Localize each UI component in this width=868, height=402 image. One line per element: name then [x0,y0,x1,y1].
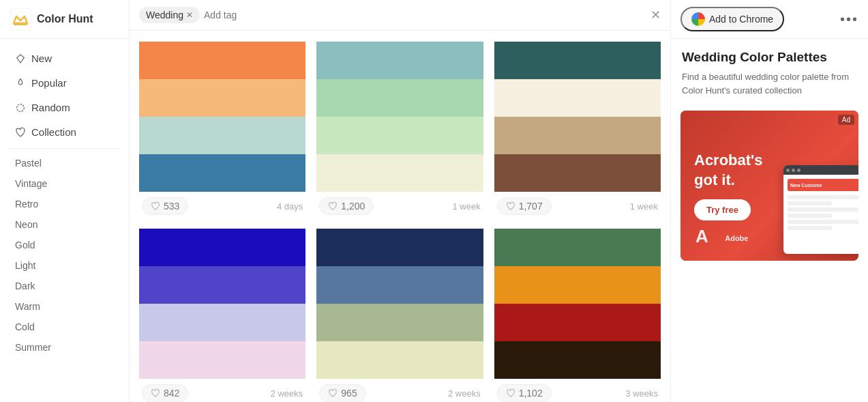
search-bar: Wedding ✕ ✕ [130,0,670,31]
time-label: 1 week [630,201,658,212]
sidebar-item-collection[interactable]: Collection [4,120,125,144]
chrome-bar: Add to Chrome ••• [671,0,868,39]
chrome-btn-label: Add to Chrome [709,14,773,25]
time-label: 1 week [452,201,480,212]
swatch-color [139,304,305,341]
time-label: 3 weeks [625,388,658,399]
adobe-logo: A Adobe [694,223,748,253]
nav-label-collection: Collection [31,126,76,138]
add-to-chrome-button[interactable]: Add to Chrome [680,7,784,31]
swatch-color [494,341,661,379]
svg-rect-0 [10,8,31,30]
sidebar-item-random[interactable]: Random [4,96,125,119]
tag-cold[interactable]: Cold [0,317,129,337]
nav-divider [8,148,121,149]
time-label: 4 days [277,201,303,212]
svg-text:A: A [695,226,708,246]
main-content: Wedding ✕ ✕ 533 4 days [130,0,670,402]
like-count: 533 [164,201,179,212]
swatch-color [139,79,305,117]
svg-marker-3 [17,55,25,63]
swatch-color [139,42,305,79]
swatch-color [494,117,661,154]
swatch-color [139,154,305,192]
swatch-color [316,304,483,341]
right-panel: Add to Chrome ••• Wedding Color Palettes… [670,0,868,402]
swatch-color [316,42,483,79]
tag-warm[interactable]: Warm [0,296,129,317]
tag-gold[interactable]: Gold [0,235,129,255]
palette-swatch-4 [139,229,305,379]
nav-label-new: New [31,53,52,64]
swatch-color [139,229,305,266]
palette-footer: 1,707 1 week [494,192,661,218]
nav-items: New Popular Random Collection Pastel Vin… [0,39,129,364]
like-button[interactable]: 1,200 [319,197,374,215]
palette-card[interactable]: 842 2 weeks [139,229,305,402]
info-description: Find a beautiful wedding color palette f… [682,70,857,97]
palette-card[interactable]: 1,200 1 week [316,42,483,218]
ad-try-button[interactable]: Try free [694,199,751,220]
ad-form-preview: New Custome [783,165,858,254]
palette-footer: 842 2 weeks [139,379,305,402]
swatch-color [316,229,483,266]
palette-footer: 965 2 weeks [316,379,483,402]
tag-summer[interactable]: Summer [0,337,129,358]
palette-card[interactable]: 965 2 weeks [316,229,483,402]
like-button[interactable]: 533 [142,197,188,215]
like-button[interactable]: 1,102 [497,384,552,402]
swatch-color [316,266,483,304]
tag-light[interactable]: Light [0,255,129,276]
swatch-color [316,154,483,192]
sidebar-item-new[interactable]: New [4,46,125,70]
tag-neon[interactable]: Neon [0,214,129,235]
palette-card[interactable]: 533 4 days [139,42,305,218]
random-icon [15,102,26,113]
like-count: 965 [341,388,357,399]
ad-section: Ad Acrobat'sgot it. Try free A Adobe New… [680,111,858,261]
tag-vintage[interactable]: Vintage [0,173,129,194]
like-count: 1,200 [341,201,365,212]
search-clear-button[interactable]: ✕ [650,9,661,21]
like-button[interactable]: 842 [142,384,188,402]
palette-card[interactable]: 1,707 1 week [494,42,661,218]
swatch-color [139,341,305,379]
heart-icon [328,388,338,398]
palettes-grid: 533 4 days 1,200 1 week [130,31,670,402]
logo-area: Color Hunt [0,0,129,39]
info-section: Wedding Color Palettes Find a beautiful … [671,39,868,105]
like-button[interactable]: 965 [319,384,365,402]
palette-swatch-1 [139,42,305,192]
like-button[interactable]: 1,707 [497,197,552,215]
remove-tag-button[interactable]: ✕ [186,10,193,20]
diamond-icon [15,53,26,64]
app-title: Color Hunt [37,13,93,25]
add-tag-input[interactable] [204,10,646,20]
palette-card[interactable]: 1,102 3 weeks [494,229,661,402]
swatch-color [494,229,661,266]
active-tag-label: Wedding [146,10,183,20]
heart-icon [506,201,515,211]
palette-footer: 1,102 3 weeks [494,379,661,402]
palette-swatch-6 [494,229,661,379]
sidebar: Color Hunt New Popular Random Collection… [0,0,130,402]
svg-rect-2 [14,23,27,25]
swatch-color [139,266,305,304]
heart-icon [15,127,26,138]
logo-icon [10,8,31,30]
palette-swatch-5 [316,229,483,379]
palette-swatch-2 [316,42,483,192]
sidebar-item-popular[interactable]: Popular [4,71,125,95]
active-tag-chip: Wedding ✕ [139,7,200,23]
ad-badge: Ad [838,115,854,125]
like-count: 842 [164,388,179,399]
tag-dark[interactable]: Dark [0,276,129,296]
like-count: 1,102 [519,388,543,399]
nav-label-random: Random [31,102,70,113]
more-options-button[interactable]: ••• [840,12,858,27]
tag-retro[interactable]: Retro [0,194,129,214]
swatch-color [494,266,661,304]
time-label: 2 weeks [271,388,303,399]
chrome-icon [691,12,705,26]
tag-pastel[interactable]: Pastel [0,153,129,173]
